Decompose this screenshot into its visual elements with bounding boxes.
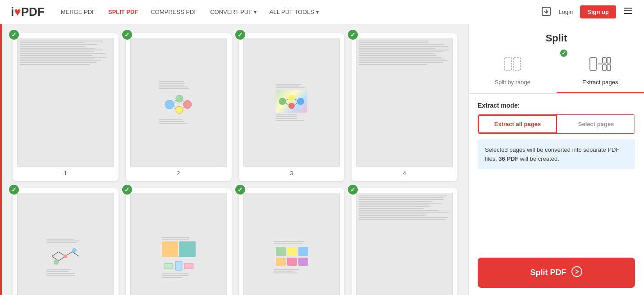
svg-point-7 [183,100,192,109]
page-thumbnail-8 [356,193,453,295]
svg-point-5 [165,100,174,109]
svg-line-10 [174,106,176,109]
svg-line-19 [286,103,288,105]
page-card-8[interactable]: ✓ 8 [352,188,457,295]
page-thumbnail-3 [243,38,340,167]
svg-rect-38 [298,258,308,266]
extract-pages-label: Extract pages [582,79,618,86]
extract-mode-label: Extract mode: [478,102,635,109]
mode-extract-pages[interactable]: ✓ Extract pages [557,50,644,93]
svg-line-20 [295,103,297,105]
svg-point-16 [288,103,295,109]
main-nav: MERGE PDF SPLIT PDF COMPRESS PDF CONVERT… [61,9,319,15]
svg-line-21 [52,252,59,256]
page-number-3: 3 [290,170,293,177]
svg-rect-47 [504,58,512,70]
pages-panel[interactable]: ✓ 1 ✓ [2,24,468,295]
svg-rect-34 [287,247,297,256]
logo-text: i♥PDF [11,5,45,19]
split-pdf-label: Split PDF [530,268,566,277]
page-thumbnail-5 [17,193,114,295]
svg-rect-33 [276,247,286,256]
svg-point-13 [279,98,286,105]
nav-convert-pdf[interactable]: CONVERT PDF ▾ [210,9,256,15]
svg-point-15 [297,98,304,105]
svg-rect-48 [513,58,521,70]
login-button[interactable]: Login [559,9,573,15]
page-card-2[interactable]: ✓ 2 [126,33,232,181]
svg-rect-54 [607,65,611,70]
svg-line-18 [295,99,297,100]
pages-grid: ✓ 1 ✓ [13,33,457,295]
page-thumbnail-4 [356,38,453,167]
nav-split-pdf[interactable]: SPLIT PDF [108,9,138,15]
page-thumbnail-6 [130,193,227,295]
extract-mode-section: Extract mode: Extract all pages Select p… [469,94,644,139]
nav-compress-pdf[interactable]: COMPRESS PDF [151,9,197,15]
page-card-5[interactable]: ✓ [13,188,119,295]
split-pdf-arrow-icon [571,266,583,280]
extract-selected-check: ✓ [559,49,568,58]
svg-rect-35 [298,247,308,256]
svg-rect-49 [590,58,596,70]
page-card-6[interactable]: ✓ 6 [126,188,232,295]
info-box: Selected pages will be converted into se… [478,139,635,169]
svg-point-27 [64,254,67,258]
svg-line-24 [72,252,79,256]
page-card-4[interactable]: ✓ 4 [352,33,457,181]
page-number-2: 2 [177,170,180,177]
nav-merge-pdf[interactable]: MERGE PDF [61,9,96,15]
page-number-1: 1 [64,170,67,177]
page-thumbnail-1 [17,38,114,167]
logo[interactable]: i♥PDF [11,5,45,19]
mode-selector: Split by range ✓ Extract pages [469,50,644,94]
svg-line-17 [286,99,288,100]
mode-split-by-range[interactable]: Split by range [469,50,557,93]
svg-rect-31 [175,261,182,270]
page-thumbnail-2 [130,38,227,167]
nav-all-tools[interactable]: ALL PDF TOOLS ▾ [269,9,319,15]
select-pages-button[interactable]: Select pages [557,115,635,133]
svg-rect-32 [184,263,193,269]
info-text-after: will be created. [518,155,559,162]
page-card-3[interactable]: ✓ 3 [239,33,345,181]
extract-mode-buttons: Extract all pages Select pages [478,114,635,134]
svg-point-28 [54,259,59,265]
panel-title: Split [469,24,644,50]
svg-point-55 [572,267,582,277]
svg-point-29 [72,248,77,253]
svg-rect-37 [287,258,297,266]
page-number-4: 4 [403,170,406,177]
header-right: Login Sign up [541,5,633,18]
info-text-bold: 36 PDF [498,155,518,162]
signup-button[interactable]: Sign up [580,5,616,18]
svg-rect-52 [603,65,606,70]
svg-rect-30 [164,263,173,269]
svg-line-9 [174,100,176,103]
svg-rect-51 [603,58,606,63]
svg-point-14 [288,95,295,101]
extract-pages-icon [589,56,612,75]
menu-icon-button[interactable] [623,6,633,18]
svg-point-6 [176,95,183,102]
download-icon [541,6,552,17]
svg-rect-53 [607,58,611,63]
main-content: ✓ 1 ✓ [0,24,644,295]
split-range-icon [502,56,522,75]
header: i♥PDF MERGE PDF SPLIT PDF COMPRESS PDF C… [0,0,644,24]
split-pdf-button[interactable]: Split PDF [478,258,635,288]
page-card-7[interactable]: ✓ 7 [239,188,345,295]
page-card-1[interactable]: ✓ 1 [13,33,119,181]
split-button-wrapper: Split PDF [469,250,644,295]
svg-point-8 [176,106,183,113]
extract-all-pages-button[interactable]: Extract all pages [478,115,557,133]
page-thumbnail-7 [243,193,340,295]
hamburger-icon [623,6,633,16]
download-icon-button[interactable] [541,6,552,18]
split-range-label: Split by range [495,79,531,86]
right-panel: Split Split by range ✓ [468,24,644,295]
svg-rect-36 [276,258,286,266]
